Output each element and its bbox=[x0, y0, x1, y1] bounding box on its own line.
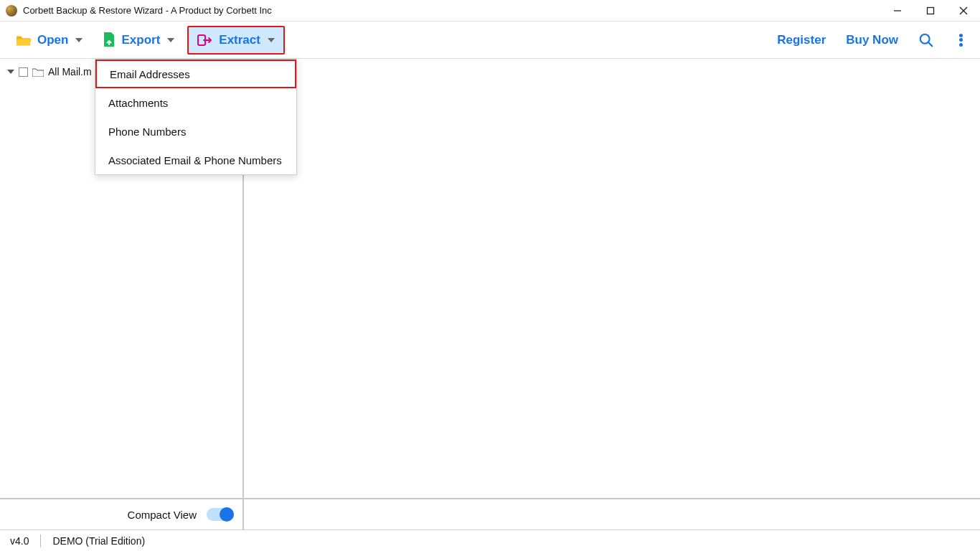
main-body: All Mail.m Email Addresses Attachments P… bbox=[0, 59, 980, 498]
folder-open-icon bbox=[16, 34, 32, 47]
extract-dropdown: Email Addresses Attachments Phone Number… bbox=[95, 59, 297, 175]
open-label: Open bbox=[37, 33, 68, 47]
chevron-down-icon bbox=[75, 38, 83, 42]
maximize-button[interactable] bbox=[914, 0, 947, 22]
toggle-knob bbox=[220, 507, 234, 522]
extract-menu-email-addresses[interactable]: Email Addresses bbox=[95, 60, 296, 88]
folder-icon bbox=[32, 67, 44, 77]
window-controls bbox=[881, 0, 980, 22]
close-button[interactable] bbox=[947, 0, 980, 22]
extract-label: Extract bbox=[219, 33, 260, 47]
tree-item-label: All Mail.m bbox=[48, 66, 92, 77]
compact-view-toggle[interactable] bbox=[207, 508, 234, 521]
extract-icon bbox=[197, 33, 213, 47]
toolbar-right: Register Buy Now bbox=[777, 32, 971, 48]
compact-view-bar: Compact View bbox=[0, 498, 980, 529]
export-button[interactable]: Export bbox=[95, 26, 182, 55]
menu-item-label: Associated Email & Phone Numbers bbox=[108, 154, 282, 166]
chevron-down-icon bbox=[167, 38, 174, 42]
edition-label: DEMO (Trial Edition) bbox=[52, 535, 145, 547]
chevron-down-icon bbox=[268, 38, 275, 42]
compact-view-label: Compact View bbox=[128, 509, 197, 521]
toolbar: Open Export Extract Register Buy Now bbox=[0, 22, 980, 59]
export-label: Export bbox=[121, 33, 160, 47]
window-title: Corbett Backup & Restore Wizard - A Prod… bbox=[23, 5, 272, 16]
extract-button[interactable]: Extract bbox=[187, 26, 285, 55]
extract-menu-phone-numbers[interactable]: Phone Numbers bbox=[95, 117, 296, 146]
file-export-icon bbox=[103, 32, 116, 48]
extract-menu-associated[interactable]: Associated Email & Phone Numbers bbox=[95, 146, 296, 174]
version-label: v4.0 bbox=[10, 535, 29, 547]
svg-rect-1 bbox=[928, 8, 934, 14]
expand-arrow-icon[interactable] bbox=[7, 70, 14, 74]
extract-menu-attachments[interactable]: Attachments bbox=[95, 88, 296, 117]
titlebar: Corbett Backup & Restore Wizard - A Prod… bbox=[0, 0, 980, 22]
status-bar: v4.0 DEMO (Trial Edition) bbox=[0, 529, 980, 551]
menu-item-label: Attachments bbox=[108, 97, 168, 109]
divider bbox=[40, 534, 41, 547]
checkbox[interactable] bbox=[19, 67, 28, 77]
open-button[interactable]: Open bbox=[9, 26, 90, 55]
search-icon[interactable] bbox=[918, 32, 934, 48]
buy-now-link[interactable]: Buy Now bbox=[846, 33, 898, 47]
content-pane bbox=[244, 59, 980, 498]
menu-item-label: Email Addresses bbox=[110, 68, 190, 80]
more-menu-icon[interactable] bbox=[954, 32, 967, 48]
app-icon bbox=[6, 5, 17, 17]
svg-line-6 bbox=[928, 42, 933, 46]
menu-item-label: Phone Numbers bbox=[108, 126, 186, 138]
minimize-button[interactable] bbox=[881, 0, 914, 22]
register-link[interactable]: Register bbox=[777, 33, 826, 47]
